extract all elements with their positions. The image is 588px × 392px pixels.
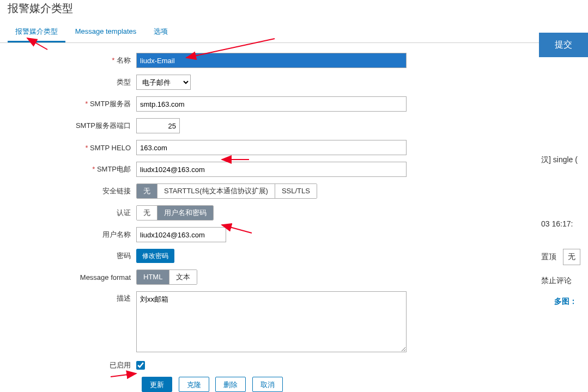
label-smtp-helo: SMTP HELO [0,144,136,152]
msgfmt-html-seg[interactable]: HTML [137,270,169,284]
side-time-text: 03 16:17: [539,219,588,228]
label-smtp-port: SMTP服务器端口 [0,121,136,131]
label-msg-format: Message format [0,273,136,281]
type-select[interactable]: 电子邮件 [136,75,191,90]
tabs-bar: 报警媒介类型 Message templates 选项 [0,22,588,43]
msgfmt-seg-group: HTML 文本 [136,270,197,285]
form-actions: 更新 克隆 删除 取消 [142,377,588,392]
label-name: 名称 [0,56,136,65]
tab-media-type[interactable]: 报警媒介类型 [8,22,65,42]
msgfmt-text-seg[interactable]: 文本 [169,270,197,284]
page-title: 报警媒介类型 [0,0,588,22]
label-type: 类型 [0,77,136,87]
clone-button[interactable]: 克隆 [179,377,209,392]
cancel-button[interactable]: 取消 [252,377,283,392]
smtp-port-input[interactable] [136,118,180,133]
label-smtp-server: SMTP服务器 [0,99,136,109]
label-username: 用户名称 [0,230,136,240]
label-auth: 认证 [0,208,136,218]
smtp-email-input[interactable] [136,162,407,177]
label-security: 安全链接 [0,186,136,196]
enabled-checkbox[interactable] [136,361,145,370]
change-password-button[interactable]: 修改密码 [136,249,174,263]
auth-seg-group: 无 用户名和密码 [136,205,214,220]
auth-userpass-seg[interactable]: 用户名和密码 [157,206,213,220]
label-smtp-email: SMTP电邮 [0,164,136,174]
label-description: 描述 [0,291,136,303]
update-button[interactable]: 更新 [142,377,172,392]
side-block-label: 禁止评论 [539,276,588,286]
tab-options[interactable]: 选项 [146,22,175,41]
security-none-seg[interactable]: 无 [137,184,157,198]
delete-button[interactable]: 删除 [215,377,246,392]
side-pin-row: 置顶 无 [539,249,588,265]
side-pin-label: 置顶 [541,252,556,262]
smtp-server-input[interactable] [136,96,407,112]
tab-message-templates[interactable]: Message templates [68,23,144,40]
label-password: 密码 [0,251,136,261]
side-panel: 提交 汉] single ( 03 16:17: 置顶 无 禁止评论 多图： [539,33,588,307]
auth-none-seg[interactable]: 无 [137,206,157,220]
submit-button[interactable]: 提交 [539,33,588,57]
side-pin-select[interactable]: 无 [563,249,580,265]
smtp-helo-input[interactable] [136,140,407,155]
security-ssltls-seg[interactable]: SSL/TLS [275,184,317,198]
name-input[interactable] [136,53,407,68]
side-single-text: 汉] single ( [539,155,588,165]
security-starttls-seg[interactable]: STARTTLS(纯文本通信协议扩展) [157,184,275,198]
security-seg-group: 无 STARTTLS(纯文本通信协议扩展) SSL/TLS [136,183,317,199]
form-content: 名称 类型 电子邮件 SMTP服务器 SMTP服务器端口 SMTP HELO S… [0,43,588,392]
username-input[interactable] [136,227,226,242]
label-enabled: 已启用 [0,360,136,370]
description-textarea[interactable] [136,291,407,352]
side-multi-label: 多图： [539,297,588,307]
